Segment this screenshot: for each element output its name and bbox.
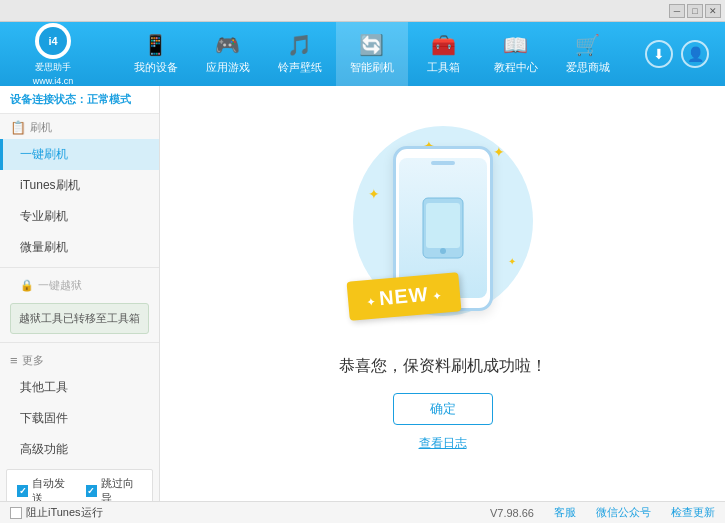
nav-toolbox[interactable]: 🧰 工具箱	[408, 22, 480, 86]
smart-flash-icon: 🔄	[359, 33, 384, 57]
titlebar: ─ □ ✕	[0, 0, 725, 22]
tutorial-icon: 📖	[503, 33, 528, 57]
logo-subtext: www.i4.cn	[33, 76, 74, 86]
version-text: V7.98.66	[490, 507, 534, 519]
auto-send-box[interactable]: ✓	[17, 485, 28, 497]
nav-actions: ⬇ 👤	[645, 40, 709, 68]
auto-send-check: ✓	[19, 486, 27, 496]
nav-bar: 📱 我的设备 🎮 应用游戏 🎵 铃声壁纸 🔄 智能刷机 🧰 工具箱 📖 教程中心…	[98, 22, 645, 86]
user-button[interactable]: 👤	[681, 40, 709, 68]
divider-2	[0, 342, 159, 343]
block-itunes-box[interactable]	[10, 507, 22, 519]
phone-illustration: ✦ ✦ ✦ ✦ NEW	[363, 136, 523, 336]
auto-send-label: 自动发送	[32, 476, 73, 502]
log-link[interactable]: 查看日志	[419, 435, 467, 452]
logo-text: 爱思助手	[35, 61, 71, 74]
nav-my-device[interactable]: 📱 我的设备	[120, 22, 192, 86]
skip-wizard-label: 跳过向导	[101, 476, 142, 502]
logo-icon: i4	[39, 27, 67, 55]
divider-1	[0, 267, 159, 268]
wechat-link[interactable]: 微信公众号	[596, 505, 651, 520]
nav-app-games[interactable]: 🎮 应用游戏	[192, 22, 264, 86]
nav-shop-label: 爱思商城	[566, 60, 610, 75]
content-area: ✦ ✦ ✦ ✦ NEW 恭喜您，保资料刷机成功啦！ 确定 查看日志	[160, 86, 725, 501]
skip-wizard-check: ✓	[87, 486, 95, 496]
flash-section-label: 刷机	[30, 120, 52, 135]
confirm-button[interactable]: 确定	[393, 393, 493, 425]
status-value: 正常模式	[87, 93, 131, 105]
checkbox-area: ✓ 自动发送 ✓ 跳过向导	[6, 469, 153, 502]
phone-notch	[431, 161, 455, 165]
skip-wizard-box[interactable]: ✓	[86, 485, 97, 497]
svg-rect-1	[426, 203, 460, 248]
shop-icon: 🛒	[575, 33, 600, 57]
auto-send-checkbox[interactable]: ✓ 自动发送	[17, 476, 74, 502]
jailbreak-notice: 越狱工具已转移至工具箱	[10, 303, 149, 334]
sidebar-item-advanced[interactable]: 高级功能	[0, 434, 159, 465]
flash-section-icon: 📋	[10, 120, 26, 135]
lock-icon: 🔒	[20, 279, 34, 292]
block-itunes-label: 阻止iTunes运行	[26, 505, 103, 520]
nav-toolbox-label: 工具箱	[427, 60, 460, 75]
phone-screen-svg	[418, 193, 468, 263]
nav-my-device-label: 我的设备	[134, 60, 178, 75]
skip-wizard-checkbox[interactable]: ✓ 跳过向导	[86, 476, 143, 502]
close-button[interactable]: ✕	[705, 4, 721, 18]
my-device-icon: 📱	[143, 33, 168, 57]
app-games-icon: 🎮	[215, 33, 240, 57]
status-label: 设备连接状态：	[10, 93, 87, 105]
more-section-icon: ≡	[10, 353, 18, 368]
more-section-label: 更多	[22, 353, 44, 368]
ringtones-icon: 🎵	[287, 33, 312, 57]
nav-tutorial-label: 教程中心	[494, 60, 538, 75]
sparkle-4: ✦	[508, 256, 516, 267]
customer-service-link[interactable]: 客服	[554, 505, 576, 520]
block-itunes-checkbox[interactable]: 阻止iTunes运行	[10, 505, 103, 520]
logo: i4 爱思助手 www.i4.cn	[8, 23, 98, 86]
nav-app-games-label: 应用游戏	[206, 60, 250, 75]
toolbox-icon: 🧰	[431, 33, 456, 57]
success-message: 恭喜您，保资料刷机成功啦！	[339, 356, 547, 377]
nav-smart-flash[interactable]: 🔄 智能刷机	[336, 22, 408, 86]
minimize-button[interactable]: ─	[669, 4, 685, 18]
sparkle-2: ✦	[493, 144, 505, 160]
nav-shop[interactable]: 🛒 爱思商城	[552, 22, 624, 86]
nav-smart-flash-label: 智能刷机	[350, 60, 394, 75]
check-update-link[interactable]: 检查更新	[671, 505, 715, 520]
sidebar-item-pro-flash[interactable]: 专业刷机	[0, 201, 159, 232]
bottom-left: 阻止iTunes运行	[10, 505, 490, 520]
main-layout: 设备连接状态：正常模式 📋 刷机 一键刷机 iTunes刷机 专业刷机 微量刷机…	[0, 86, 725, 501]
sidebar-item-itunes-flash[interactable]: iTunes刷机	[0, 170, 159, 201]
connection-status: 设备连接状态：正常模式	[0, 86, 159, 114]
sparkle-3: ✦	[368, 186, 380, 202]
nav-tutorial[interactable]: 📖 教程中心	[480, 22, 552, 86]
jailbreak-section: 🔒 一键越狱	[0, 272, 159, 299]
bottom-right: V7.98.66 客服 微信公众号 检查更新	[490, 505, 715, 520]
sidebar-item-other-tools[interactable]: 其他工具	[0, 372, 159, 403]
logo-circle: i4	[35, 23, 71, 59]
bottombar: 阻止iTunes运行 V7.98.66 客服 微信公众号 检查更新	[0, 501, 725, 523]
jailbreak-label: 一键越狱	[38, 278, 82, 293]
download-button[interactable]: ⬇	[645, 40, 673, 68]
svg-point-2	[440, 248, 446, 254]
nav-ringtones-label: 铃声壁纸	[278, 60, 322, 75]
section-flash: 📋 刷机	[0, 114, 159, 139]
header: i4 爱思助手 www.i4.cn 📱 我的设备 🎮 应用游戏 🎵 铃声壁纸 🔄…	[0, 22, 725, 86]
section-more: ≡ 更多	[0, 347, 159, 372]
sidebar-item-one-click-flash[interactable]: 一键刷机	[0, 139, 159, 170]
sidebar: 设备连接状态：正常模式 📋 刷机 一键刷机 iTunes刷机 专业刷机 微量刷机…	[0, 86, 160, 501]
sidebar-item-micro-flash[interactable]: 微量刷机	[0, 232, 159, 263]
nav-ringtones[interactable]: 🎵 铃声壁纸	[264, 22, 336, 86]
sidebar-item-download-firmware[interactable]: 下载固件	[0, 403, 159, 434]
maximize-button[interactable]: □	[687, 4, 703, 18]
